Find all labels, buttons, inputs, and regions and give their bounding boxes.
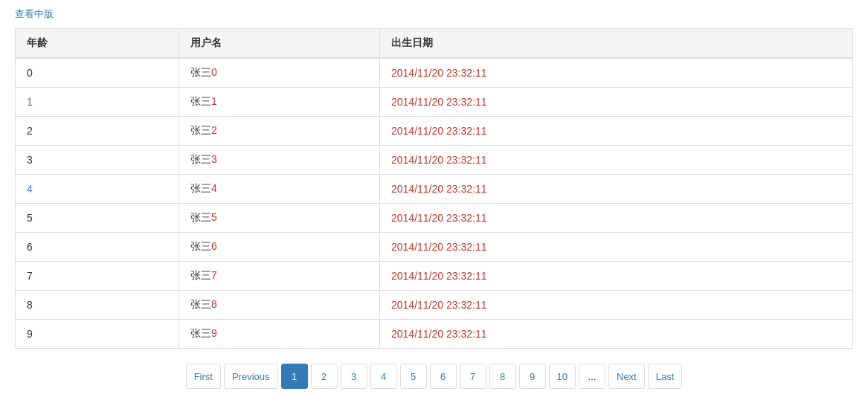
page-3-button[interactable]: 3 xyxy=(341,364,367,389)
table-row: 0张三02014/11/20 23:32:11 xyxy=(16,58,853,88)
header-date: 出生日期 xyxy=(380,29,853,59)
page-9-button[interactable]: 9 xyxy=(519,364,546,389)
first-button[interactable]: First xyxy=(186,364,221,389)
age-cell: 4 xyxy=(16,175,179,204)
username-cell: 张三4 xyxy=(179,175,380,204)
username-link[interactable]: 1 xyxy=(211,95,217,107)
last-button[interactable]: Last xyxy=(648,364,683,389)
username-link[interactable]: 3 xyxy=(211,153,217,165)
date-cell: 2014/11/20 23:32:11 xyxy=(380,320,853,349)
table-row: 6张三62014/11/20 23:32:11 xyxy=(16,233,853,262)
table-row: 9张三92014/11/20 23:32:11 xyxy=(16,320,853,349)
username-cell: 张三1 xyxy=(179,88,380,117)
data-table: 年龄 用户名 出生日期 0张三02014/11/20 23:32:111张三12… xyxy=(15,28,853,349)
date-cell: 2014/11/20 23:32:11 xyxy=(380,233,853,262)
table-row: 3张三32014/11/20 23:32:11 xyxy=(16,146,853,175)
page-6-button[interactable]: 6 xyxy=(430,364,457,389)
page-4-button[interactable]: 4 xyxy=(370,364,397,389)
date-cell: 2014/11/20 23:32:11 xyxy=(380,58,853,88)
header-username: 用户名 xyxy=(179,29,380,59)
username-link[interactable]: 7 xyxy=(211,269,217,281)
table-header-row: 年龄 用户名 出生日期 xyxy=(16,29,853,59)
age-cell: 2 xyxy=(16,117,179,146)
date-cell: 2014/11/20 23:32:11 xyxy=(380,88,853,117)
table-row: 5张三52014/11/20 23:32:11 xyxy=(16,204,853,233)
age-cell: 6 xyxy=(16,233,179,262)
date-cell: 2014/11/20 23:32:11 xyxy=(380,175,853,204)
ellipsis: ... xyxy=(579,364,605,389)
username-link[interactable]: 4 xyxy=(211,182,217,194)
username-cell: 张三8 xyxy=(179,291,380,320)
username-link[interactable]: 6 xyxy=(211,240,217,252)
username-cell: 张三9 xyxy=(179,320,380,349)
table-row: 8张三82014/11/20 23:32:11 xyxy=(16,291,853,320)
username-cell: 张三6 xyxy=(179,233,380,262)
page-5-button[interactable]: 5 xyxy=(400,364,427,389)
age-cell: 0 xyxy=(16,58,179,88)
previous-button[interactable]: Previous xyxy=(224,364,278,389)
date-cell: 2014/11/20 23:32:11 xyxy=(380,204,853,233)
username-cell: 张三3 xyxy=(179,146,380,175)
table-row: 2张三22014/11/20 23:32:11 xyxy=(16,117,853,146)
age-cell: 8 xyxy=(16,291,179,320)
username-cell: 张三7 xyxy=(179,262,380,291)
age-cell: 1 xyxy=(16,88,179,117)
page-10-button[interactable]: 10 xyxy=(549,364,576,389)
top-link[interactable]: 查看中版 xyxy=(15,7,54,21)
page-1-button[interactable]: 1 xyxy=(281,364,308,389)
table-row: 4张三42014/11/20 23:32:11 xyxy=(16,175,853,204)
username-cell: 张三0 xyxy=(179,58,380,88)
next-button[interactable]: Next xyxy=(608,364,645,389)
username-link[interactable]: 8 xyxy=(211,298,217,310)
pagination: First Previous 1 2 3 4 5 6 7 8 9 10 ... … xyxy=(15,364,853,389)
age-link[interactable]: 4 xyxy=(27,183,33,195)
table-row: 1张三12014/11/20 23:32:11 xyxy=(16,88,853,117)
table-row: 7张三72014/11/20 23:32:11 xyxy=(16,262,853,291)
username-link[interactable]: 5 xyxy=(211,211,217,223)
date-cell: 2014/11/20 23:32:11 xyxy=(380,146,853,175)
page-7-button[interactable]: 7 xyxy=(460,364,486,389)
username-link[interactable]: 0 xyxy=(211,66,217,78)
username-cell: 张三2 xyxy=(179,117,380,146)
age-link[interactable]: 1 xyxy=(27,96,33,108)
username-cell: 张三5 xyxy=(179,204,380,233)
date-cell: 2014/11/20 23:32:11 xyxy=(380,117,853,146)
age-cell: 3 xyxy=(16,146,179,175)
age-cell: 5 xyxy=(16,204,179,233)
age-cell: 7 xyxy=(16,262,179,291)
header-age: 年龄 xyxy=(16,29,179,59)
username-link[interactable]: 2 xyxy=(211,124,217,136)
username-link[interactable]: 9 xyxy=(211,327,217,339)
age-cell: 9 xyxy=(16,320,179,349)
page-8-button[interactable]: 8 xyxy=(489,364,516,389)
date-cell: 2014/11/20 23:32:11 xyxy=(380,262,853,291)
page-2-button[interactable]: 2 xyxy=(311,364,338,389)
date-cell: 2014/11/20 23:32:11 xyxy=(380,291,853,320)
